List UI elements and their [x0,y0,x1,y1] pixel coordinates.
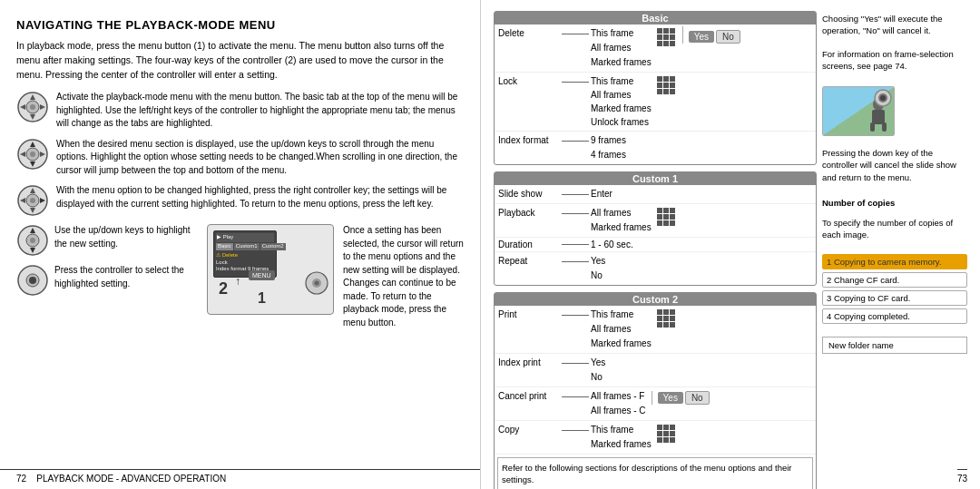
basic-section: Basic Delete This frame All frames Marke… [494,11,817,165]
controller-icon-1 [16,91,49,123]
delete-label: Delete [498,26,562,38]
duration-label: Duration [498,240,562,249]
page-title: NAVIGATING THE PLAYBACK-MODE MENU [16,18,464,32]
playback-opt2: Marked frames [591,220,652,235]
custom1-header: Custom 1 [495,172,816,185]
print-label: Print [498,308,562,319]
basic-header: Basic [495,12,816,24]
step-1: Activate the playback-mode menu with the… [16,91,464,131]
yes-button[interactable]: Yes [689,31,714,43]
copy-option-4: 4 Copying completed. [822,308,967,324]
delete-opt3: Marked frames [591,55,652,70]
delete-opt2: All frames [591,41,652,55]
copy-option-3: 3 Copying to CF card. [822,290,967,306]
lock-label: Lock [498,74,562,86]
custom2-section: Custom 2 Print This frame All frames Mar… [494,292,817,489]
no-button-2[interactable]: No [685,391,710,405]
grid-icon-2 [657,76,675,94]
copies-note: To specify the number of copies of each … [822,217,967,241]
right-page: Basic Delete This frame All frames Marke… [481,0,980,489]
index-print-opt2: No [591,370,605,385]
menu-main: Basic Delete This frame All frames Marke… [494,11,967,489]
svg-point-31 [315,281,319,286]
cancel-print-label: Cancel print [498,389,562,401]
menu-content: Basic Delete This frame All frames Marke… [494,11,817,489]
grid-icon-3 [657,208,675,226]
footer-left: 72 PLAYBACK MODE - ADVANCED OPERATION [16,474,226,484]
index-opt2: 4 frames [591,148,626,162]
cancel-print-opt1: All frames - F [591,389,646,404]
right-page-footer: 73 [957,469,967,484]
page-number-right: 73 [957,474,967,484]
slideshow-label: Slide show [498,187,562,199]
print-opt2: All frames [591,322,652,337]
copies-label: Number of copies [822,198,967,208]
copy-option-1: 1 Copying to camera memory. [822,254,967,269]
lock-opt4: Unlock frames [591,115,652,129]
controller-icon-2 [16,138,49,171]
svg-point-16 [30,198,35,203]
index-print-opt1: Yes [591,356,605,370]
slideshow-opt1: Enter [591,189,612,199]
playback-opt1: All frames [591,206,652,220]
grid-icon-5 [657,425,675,443]
yes-no-delete: Yes No [689,30,740,44]
index-print-label: Index print [498,356,562,367]
yes-button-2[interactable]: Yes [658,392,683,404]
svg-point-23 [30,238,35,243]
new-folder-name: New folder name [822,337,967,354]
repeat-label: Repeat [498,254,562,266]
svg-rect-33 [872,110,885,124]
camera-thumbnail [822,86,895,136]
lock-opt1: This frame [591,74,652,88]
grid-icon-4 [657,309,675,328]
svg-point-28 [29,277,36,284]
custom1-section: Custom 1 Slide show Enter Playback All f… [494,171,817,286]
section-label: PLAYBACK MODE - ADVANCED OPERATION [36,474,226,484]
index-format-label: Index format [498,133,562,145]
step-3: With the menu option to be changed highl… [16,184,464,217]
print-opt3: Marked frames [591,337,652,351]
svg-point-9 [30,152,35,157]
controller-icon-3 [16,184,49,217]
page-number-left: 72 [16,474,26,484]
copy-options-list: 1 Copying to camera memory. 2 Change CF … [822,254,967,324]
svg-rect-35 [882,122,887,132]
svg-rect-34 [870,122,875,132]
step-4-text: Use the up/down keys to highlight the ne… [54,224,198,250]
refer-text: Refer to the following sections for desc… [497,457,813,489]
controller-icon-5 [16,264,49,298]
duration-opt1: 1 - 60 sec. [591,240,633,249]
step-2: When the desired menu section is display… [16,138,464,178]
yes-no-note: Choosing "Yes" will execute the operatio… [822,13,967,37]
svg-point-2 [30,104,35,110]
repeat-opt2: No [591,269,605,283]
step-3-text: With the menu option to be changed highl… [56,184,464,210]
playback-label: Playback [498,206,562,218]
step-2-text: When the desired menu section is display… [56,138,464,178]
cancel-print-opt2: All frames - C [591,404,646,418]
grid-icon-1 [657,28,675,46]
intro-text: In playback mode, press the menu button … [16,39,464,82]
slide-note: Pressing the down key of the controller … [822,147,967,183]
no-button[interactable]: No [716,30,740,44]
controller-icon-4 [16,224,49,259]
copy-opt2: Marked frames [591,437,652,452]
yes-no-cancel-print: Yes No [658,391,710,405]
right-notes: Choosing "Yes" will execute the operatio… [822,11,967,489]
delete-opt1: This frame [591,26,652,41]
copy-opt1: This frame [591,423,652,437]
index-opt1: 9 frames [591,133,626,148]
page-footer: 72 PLAYBACK MODE - ADVANCED OPERATION [0,469,480,484]
print-opt1: This frame [591,308,652,322]
step-1-text: Activate the playback-mode menu with the… [56,91,464,131]
copy-label: Copy [498,423,562,435]
lock-opt2: All frames [591,88,652,102]
camera-diagram: ▶ Play Basic Custom1 Custom2 ⚠ Delete Lo… [207,224,334,315]
repeat-opt1: Yes [591,254,605,269]
frame-info-note: For information on frame-selection scree… [822,48,967,73]
left-page: NAVIGATING THE PLAYBACK-MODE MENU In pla… [0,0,481,489]
main-instruction-text: Once a setting has been selected, the cu… [343,224,464,329]
svg-point-38 [880,95,886,101]
step-5-text: Press the controller to select the highl… [54,264,198,290]
